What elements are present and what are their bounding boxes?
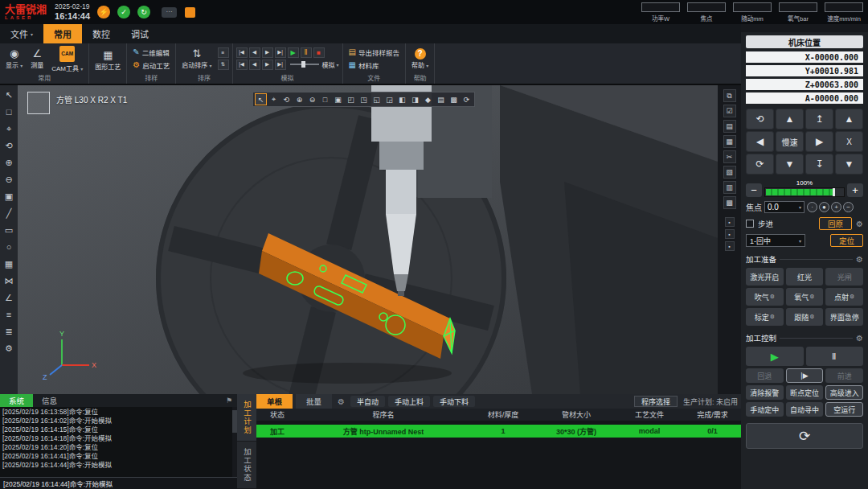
auto-center-button[interactable]: 自动寻中 — [786, 402, 824, 417]
zoom-in-icon[interactable]: ⊕ — [2, 155, 16, 170]
sim-transport-button[interactable]: ◀ — [249, 47, 260, 58]
pause-simulation-button[interactable]: Ⅱ — [301, 47, 312, 58]
manual-center-button[interactable]: 手动定中 — [746, 402, 784, 417]
start-process-button[interactable]: ⚙启动工艺 — [130, 60, 172, 71]
gear-icon[interactable]: ⚙ — [856, 220, 863, 228]
plan-settings-icon[interactable]: ⚙ — [335, 397, 347, 406]
focus-minus-button[interactable]: − — [843, 202, 854, 212]
right-view-icon[interactable]: ◲ — [383, 93, 395, 105]
draw-line-icon[interactable]: ╱ — [2, 206, 16, 220]
sim-transport-button[interactable]: |◀ — [236, 47, 248, 58]
status-badge-icon[interactable]: ✓ — [117, 6, 130, 18]
focus-input[interactable]: 0.0▾ — [764, 201, 805, 213]
jog-left-button[interactable]: ◀ — [746, 131, 774, 152]
settings-icon[interactable]: ⚙ — [2, 341, 16, 355]
mirror-icon[interactable]: ⋈ — [2, 273, 16, 288]
locate-button[interactable]: 定位 — [830, 234, 863, 247]
layers-icon[interactable]: ≣ — [2, 324, 16, 339]
focus-dot-button[interactable]: · — [807, 202, 817, 212]
zoom-out-icon[interactable]: ⊖ — [2, 172, 16, 187]
program-select-button[interactable]: 程序选择 — [634, 396, 678, 407]
clipboard-icon[interactable]: ⧉ — [723, 89, 736, 102]
select-all-icon[interactable]: ☑ — [723, 105, 736, 117]
select-icon[interactable]: ↖ — [255, 93, 267, 105]
manual-unload-button[interactable]: 手动下料 — [433, 396, 475, 407]
menu-debug[interactable]: 调试 — [121, 24, 159, 43]
simulation-speed-slider[interactable] — [290, 60, 319, 68]
cut-icon[interactable]: ✂ — [723, 150, 736, 163]
fit-view-icon[interactable]: ▣ — [2, 189, 16, 203]
manual-load-button[interactable]: 手动上料 — [388, 396, 430, 407]
export-report-button[interactable]: ▤导出排样报告 — [346, 47, 402, 58]
refresh-button[interactable]: ⟳ — [746, 423, 863, 449]
list-icon[interactable]: ▤ — [723, 120, 736, 133]
calibrate-button[interactable]: 标定⚙ — [746, 308, 784, 326]
pause-button[interactable]: Ⅱ — [806, 347, 864, 366]
z-up-button[interactable]: ▲ — [835, 109, 863, 129]
shutter-button[interactable]: 光闸 — [825, 268, 863, 286]
advanced-enter-button[interactable]: 高级进入 — [825, 385, 863, 400]
sim-transport-button[interactable]: |◀ — [236, 60, 248, 70]
part-thumbnail[interactable] — [27, 92, 50, 114]
box-select-icon[interactable]: □ — [2, 105, 16, 119]
gear-icon[interactable]: ⚙ — [850, 294, 854, 300]
gear-icon[interactable]: ⚙ — [809, 294, 814, 300]
orbit-icon[interactable]: ⟲ — [280, 93, 293, 105]
edit-2d-button[interactable]: ✎二维编辑 — [130, 47, 172, 58]
head-down-button[interactable]: ↧ — [805, 154, 833, 175]
display-button[interactable]: ◉ 显示 ▾ — [3, 47, 25, 69]
reset-view-icon[interactable]: ⟳ — [461, 93, 473, 105]
machine-position-title[interactable]: 机床位置 — [746, 35, 863, 48]
iso-view-icon[interactable]: ◆ — [422, 93, 434, 105]
back-button[interactable]: 回退 — [746, 368, 784, 383]
gear-icon[interactable]: ⚙ — [770, 294, 775, 300]
start-sort-button[interactable]: ⇅ 启动排序 ▾ — [179, 47, 214, 69]
start-button[interactable]: ▶ — [746, 347, 804, 366]
sim-transport-button[interactable]: ▶| — [275, 60, 286, 70]
log-list[interactable]: [2025/02/19 16:13:58]命令:复位[2025/02/19 16… — [0, 407, 237, 477]
menu-nc[interactable]: 数控 — [82, 24, 121, 43]
sim-transport-button[interactable]: ◀ — [249, 60, 260, 70]
zoom-in-icon[interactable]: ⊕ — [293, 93, 305, 105]
wireframe-icon[interactable]: ▤ — [435, 93, 447, 105]
array-icon[interactable]: ▦ — [2, 257, 16, 271]
zoom-window-icon[interactable]: □ — [319, 93, 331, 105]
alarm-badge-icon[interactable]: ⚡ — [97, 6, 110, 18]
sim-transport-button[interactable]: ▶ — [262, 47, 273, 58]
sort-list-icon[interactable]: ≡ — [218, 47, 229, 58]
focus-circle-button[interactable]: ● — [819, 202, 829, 212]
ui-estop-button[interactable]: 界面急停 — [825, 308, 863, 326]
app-shortcut-icon[interactable] — [185, 7, 195, 18]
sim-transport-button[interactable]: ▶ — [262, 60, 273, 70]
gear-icon[interactable]: ⚙ — [856, 334, 863, 343]
sort-order-icon[interactable]: ⇅ — [218, 60, 229, 70]
top-view-icon[interactable]: ◧ — [396, 93, 408, 105]
speed-minus-button[interactable]: − — [746, 183, 762, 197]
pattern-icon[interactable]: ▧ — [723, 166, 736, 179]
tab-batch[interactable]: 批量 — [296, 394, 332, 409]
measure-button[interactable]: ∠ 测量 — [28, 47, 46, 69]
step-checkbox[interactable] — [746, 220, 754, 228]
laser-on-button[interactable]: 激光开启 — [746, 268, 784, 286]
simulation-menu[interactable]: 模拟▾ — [322, 60, 339, 69]
single-step-button[interactable]: |▶ — [786, 368, 824, 383]
network-badge-icon[interactable]: ↻ — [137, 6, 150, 18]
semi-auto-button[interactable]: 半自动 — [350, 396, 385, 407]
tab-info[interactable]: 信息 — [33, 394, 66, 407]
gear-icon[interactable]: ⚙ — [856, 255, 863, 264]
oxygen-button[interactable]: 氧气⚙ — [786, 288, 824, 306]
front-view-icon[interactable]: ◰ — [345, 93, 357, 105]
x-axis-button[interactable]: X — [835, 131, 863, 152]
fit-view-icon[interactable]: ▣ — [332, 93, 344, 105]
tab-machining-plan[interactable]: 加工计划 — [237, 394, 256, 442]
cam-tools-button[interactable]: CAM CAM工具 ▾ — [49, 44, 85, 72]
pan-icon[interactable]: ⌖ — [268, 93, 280, 105]
rows-icon[interactable]: ▥ — [723, 181, 736, 194]
tag-icon[interactable]: ⚑ — [226, 394, 232, 407]
tab-single[interactable]: 单根 — [256, 394, 293, 409]
shaded-view-icon[interactable]: ▩ — [448, 93, 460, 105]
speed-plus-button[interactable]: + — [847, 183, 863, 197]
menu-common[interactable]: 常用 — [43, 24, 82, 43]
select-icon[interactable]: ↖ — [2, 88, 16, 102]
draw-circle-icon[interactable]: ○ — [2, 240, 16, 254]
